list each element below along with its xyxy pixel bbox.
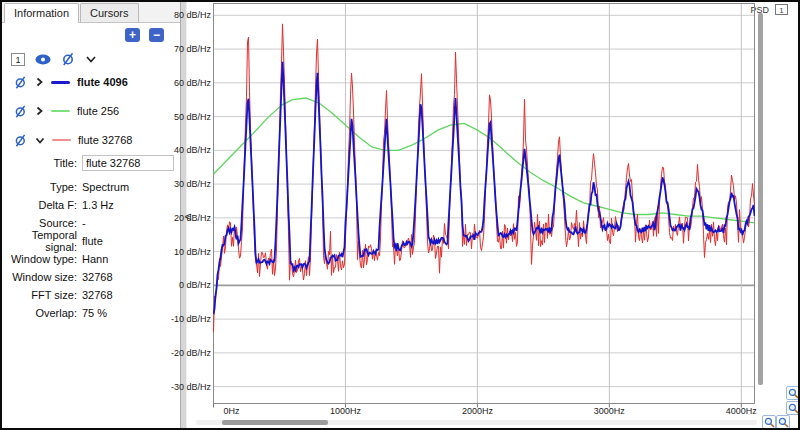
y-axis-tick-label: 40 dB/Hz (153, 145, 211, 155)
field-value: 32768 (82, 271, 113, 283)
eye-off-icon[interactable] (14, 134, 28, 147)
add-remove-row: + − (2, 28, 164, 42)
x-axis-tick-label: 1000Hz (315, 406, 375, 416)
psd-chart-region: PSD 1 80 dB/Hz70 dB/Hz60 dB/Hz50 dB/Hz40… (187, 2, 798, 428)
title-input[interactable] (82, 155, 174, 171)
field-row: Title: (2, 153, 180, 173)
collapse-panel-button[interactable]: < (181, 207, 195, 227)
field-label: Title: (2, 157, 77, 169)
field-value: flute (82, 235, 103, 247)
x-zoom-in-button[interactable] (762, 415, 776, 429)
field-label: Type: (2, 181, 77, 193)
horizontal-scrollbar[interactable] (196, 420, 757, 425)
tab-cursors[interactable]: Cursors (80, 3, 139, 22)
vertical-scrollbar-thumb[interactable] (758, 13, 763, 385)
x-axis-tick-label: 0Hz (202, 406, 262, 416)
field-value: - (82, 217, 86, 229)
eye-off-icon[interactable] (14, 105, 28, 118)
field-value: 75 % (82, 307, 107, 319)
legend-color-line (51, 110, 70, 112)
legend-item-label: flute 256 (77, 105, 119, 117)
horizontal-scrollbar-thumb[interactable] (222, 420, 328, 425)
y-axis-tick-label: 30 dB/Hz (153, 179, 211, 189)
legend-item-label: flute 4096 (77, 76, 128, 88)
y-axis-tick-label: -20 dB/Hz (153, 348, 211, 358)
field-row: Delta F:1.3 Hz (2, 196, 180, 214)
y-axis-tick-label: 10 dB/Hz (153, 247, 211, 257)
y-axis-tick-label: 60 dB/Hz (153, 78, 211, 88)
field-value: Spectrum (82, 181, 129, 193)
visibility-toolbar: 1 (11, 51, 97, 67)
index-badge[interactable]: 1 (11, 53, 25, 66)
field-label: Window size: (2, 271, 77, 283)
x-axis-tick-label: 2000Hz (447, 406, 507, 416)
y-zoom-out-button[interactable] (786, 401, 800, 415)
field-label: Source: (2, 217, 77, 229)
chevron-right-icon[interactable] (35, 106, 44, 116)
field-value: 32768 (82, 289, 113, 301)
x-axis-tick-label: 3000Hz (579, 406, 639, 416)
y-axis-tick-label: -30 dB/Hz (153, 382, 211, 392)
y-axis-tick-label: 80 dB/Hz (153, 10, 211, 20)
eye-icon[interactable] (34, 53, 52, 66)
chevron-down-icon[interactable] (85, 54, 97, 64)
field-value: Hann (82, 253, 108, 265)
y-axis-tick-label: -10 dB/Hz (153, 314, 211, 324)
eye-off-icon[interactable] (61, 52, 76, 66)
legend-color-line (52, 139, 71, 141)
field-label: Overlap: (2, 307, 77, 319)
y-axis-tick-label: 70 dB/Hz (153, 44, 211, 54)
vertical-scrollbar[interactable] (758, 13, 763, 385)
chevron-right-icon[interactable] (35, 77, 44, 87)
field-value: 1.3 Hz (82, 199, 114, 211)
x-zoom-out-button[interactable] (776, 415, 790, 429)
app-window: Information Cursors + − 1 flute 4096flut… (0, 0, 800, 430)
tab-information[interactable]: Information (4, 3, 79, 23)
field-label: Temporal signal: (2, 229, 77, 253)
eye-off-icon[interactable] (14, 76, 28, 89)
y-axis-tick-label: 0 dB/Hz (153, 280, 211, 290)
legend-item-label: flute 32768 (78, 134, 132, 146)
legend-color-line (51, 81, 70, 84)
y-axis-tick-label: 50 dB/Hz (153, 112, 211, 122)
chart-index-badge[interactable]: 1 (775, 4, 788, 15)
chevron-down-icon[interactable] (35, 136, 45, 145)
field-label: Delta F: (2, 199, 77, 211)
y-zoom-in-button[interactable] (786, 386, 800, 400)
add-button[interactable]: + (125, 28, 140, 42)
field-label: FFT size: (2, 289, 77, 301)
field-label: Window type: (2, 253, 77, 265)
remove-button[interactable]: − (149, 28, 164, 42)
plot-canvas[interactable] (213, 3, 755, 409)
